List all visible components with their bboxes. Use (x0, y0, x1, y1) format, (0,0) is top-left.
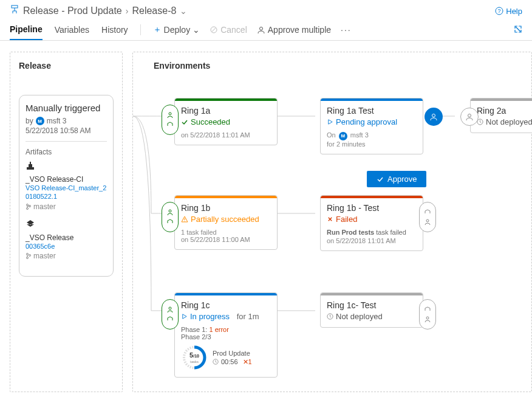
more-menu[interactable]: ··· (341, 25, 352, 35)
release-trigger: Manually triggered (26, 103, 107, 113)
gate-icon (424, 306, 431, 313)
env-name: Ring 1c- Test (327, 300, 417, 310)
svg-point-27 (426, 219, 429, 222)
separator (140, 24, 141, 35)
release-by: by M msft 3 (26, 117, 107, 125)
env-name: Ring 2a (477, 106, 532, 116)
user-badge-icon: M (36, 117, 44, 125)
release-card[interactable]: Manually triggered by M msft 3 5/22/2018… (19, 95, 114, 277)
artifact-branch: master (26, 202, 107, 211)
svg-line-8 (212, 28, 216, 32)
deploy-button[interactable]: ＋ Deploy ⌄ (153, 24, 200, 35)
svg-point-21 (432, 114, 435, 117)
check-icon (181, 119, 188, 126)
svg-rect-0 (12, 5, 18, 8)
fail-detail: Run Prod tests task failed (327, 229, 417, 236)
env-card-ring1a[interactable]: Ring 1a Succeeded on 5/22/2018 11:01 AM (174, 98, 278, 145)
env-name: Ring 1b - Test (327, 203, 417, 213)
artifact-branch: master (26, 252, 107, 260)
gate-badge[interactable] (162, 105, 179, 135)
env-card-ring1b[interactable]: Ring 1b Partially succeeded 1 task faile… (174, 195, 278, 250)
env-card-ring1c-test[interactable]: Ring 1c- Test Not deployed (320, 292, 423, 328)
svg-point-9 (259, 27, 262, 30)
release-panel-title: Release (19, 61, 114, 71)
tab-variables[interactable]: Variables (55, 20, 89, 40)
env-name: Ring 1b (181, 203, 271, 213)
env-card-ring1a-test[interactable]: Ring 1a Test Pending approval On M msft … (320, 98, 423, 154)
branch-icon (26, 253, 32, 259)
gate-badge[interactable] (162, 202, 179, 232)
tab-pipeline[interactable]: Pipeline (10, 19, 43, 40)
artifact-version[interactable]: VSO Release-CI_master_20180522.1 (26, 184, 107, 201)
user-badge-icon: M (339, 132, 347, 140)
approve-multiple-label: Approve multiple (268, 25, 331, 35)
user-icon (424, 316, 431, 323)
user-icon (166, 111, 174, 119)
env-name: Ring 1c (181, 300, 271, 310)
release-icon (10, 5, 19, 17)
clock-icon (213, 359, 219, 365)
artifact-version[interactable]: 00365c6e (26, 242, 107, 250)
gate-badge[interactable] (419, 299, 436, 330)
approver-icon[interactable] (425, 108, 443, 126)
gate-badge[interactable] (419, 202, 436, 232)
gate-icon (166, 121, 174, 128)
env-name: Ring 1a Test (327, 106, 417, 116)
by-user: msft 3 (47, 117, 67, 125)
svg-point-17 (27, 253, 29, 255)
env-time: on 5/22/2018 11:01 AM (181, 131, 271, 139)
env-time: on 5/22/2018 11:01 AM (327, 237, 417, 244)
env-time: 1 task failed on 5/22/2018 11:00 AM (181, 229, 271, 243)
chevron-down-icon: ⌄ (193, 25, 200, 35)
build-icon (26, 161, 35, 171)
release-panel: Release Manually triggered by M msft 3 5… (10, 52, 123, 392)
approver-icon[interactable] (460, 108, 479, 126)
env-status: Partially succeeded (181, 215, 271, 224)
by-label: by (26, 117, 33, 125)
svg-point-19 (29, 254, 31, 256)
check-icon (377, 176, 384, 183)
svg-point-14 (27, 204, 29, 205)
svg-text:5/10: 5/10 (189, 351, 199, 359)
svg-point-26 (185, 221, 185, 221)
svg-point-20 (169, 112, 171, 115)
gate-icon (424, 209, 431, 216)
breadcrumb-project[interactable]: Release - Prod Update (23, 5, 122, 16)
phase-info: Phase 1: 1 error Phase 2/3 (181, 326, 271, 340)
gate-icon (166, 218, 174, 226)
artifact-item[interactable]: _VSO Release-CI VSO Release-CI_master_20… (26, 161, 107, 211)
fullscreen-icon[interactable] (514, 25, 522, 35)
svg-point-18 (27, 257, 29, 258)
svg-text:?: ? (498, 8, 501, 14)
tab-history[interactable]: History (101, 20, 128, 40)
env-status: Not deployed (327, 312, 417, 321)
help-link[interactable]: ? Help (495, 7, 522, 16)
svg-point-34 (426, 317, 429, 319)
chevron-down-icon[interactable]: ⌄ (180, 6, 187, 16)
env-card-ring1b-test[interactable]: Ring 1b - Test Failed Run Prod tests tas… (320, 195, 423, 251)
gate-icon (166, 316, 174, 323)
approve-button[interactable]: Approve (367, 171, 426, 187)
repo-icon (26, 219, 35, 229)
deploy-label: Deploy (164, 25, 191, 35)
env-status: Failed (327, 215, 417, 224)
release-date: 5/22/2018 10:58 AM (26, 126, 107, 135)
env-card-ring2a[interactable]: Ring 2a Not deployed (470, 98, 532, 133)
artifacts-label: Artifacts (26, 148, 107, 156)
breadcrumb: Release - Prod Update › Release-8 ⌄ (10, 5, 187, 17)
clock-icon (327, 313, 333, 320)
env-card-ring1c[interactable]: Ring 1c In progress for 1m Phase 1: 1 er… (174, 292, 278, 378)
breadcrumb-release[interactable]: Release-8 (132, 5, 176, 16)
chevron-right-icon: › (126, 6, 129, 16)
approve-label: Approve (387, 174, 417, 184)
play-icon (181, 313, 188, 320)
branch-icon (26, 204, 32, 210)
env-status: Not deployed (477, 117, 532, 126)
approve-multiple-button[interactable]: Approve multiple (257, 25, 331, 35)
svg-point-15 (27, 207, 29, 209)
artifact-item[interactable]: _VSO Release 00365c6e master (26, 219, 107, 260)
gate-badge[interactable] (162, 299, 179, 330)
svg-text:tasks: tasks (190, 360, 199, 364)
x-icon (327, 216, 333, 223)
task-name: Prod Update (213, 350, 252, 357)
